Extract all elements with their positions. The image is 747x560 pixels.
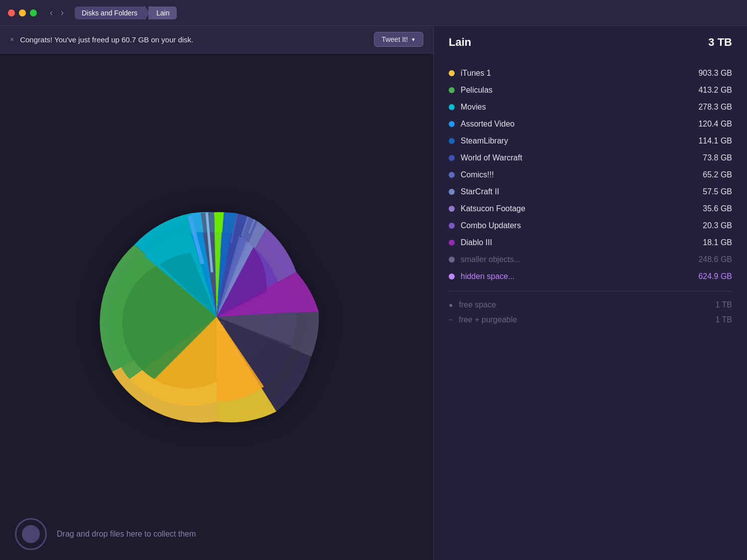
minimize-window-button[interactable]: [19, 9, 26, 16]
disk-item[interactable]: Assorted Video120.4 GB: [449, 116, 732, 133]
disk-item-size: 65.2 GB: [682, 170, 732, 179]
disk-item-size: 18.1 GB: [682, 238, 732, 247]
free-items-list: ●free space1 TB~free + purgeable1 TB: [449, 297, 732, 327]
free-item-name: free + purgeable: [459, 315, 709, 324]
tweet-button-label: Tweet It!: [381, 35, 408, 43]
disk-item-name: SteamLibrary: [461, 137, 676, 145]
free-item-size: 1 TB: [716, 300, 733, 309]
disk-item-size: 73.8 GB: [682, 153, 732, 162]
disk-item-dot-icon: [449, 172, 455, 178]
disk-item-dot-icon: [449, 257, 455, 263]
notification-text: Congrats! You've just freed up 60.7 GB o…: [20, 35, 193, 44]
notification-bar: × Congrats! You've just freed up 60.7 GB…: [0, 26, 433, 53]
free-item: ~free + purgeable1 TB: [449, 312, 732, 327]
disk-item-dot-icon: [449, 240, 455, 246]
free-item-size: 1 TB: [716, 315, 733, 324]
tweet-dropdown-arrow-icon: ▼: [411, 37, 416, 42]
disk-item-dot-icon: [449, 189, 455, 195]
disk-item-name: smaller objects...: [461, 255, 676, 264]
tweet-button[interactable]: Tweet It! ▼: [374, 32, 423, 47]
disk-item-name: Diablo III: [461, 238, 676, 247]
notification-content: × Congrats! You've just freed up 60.7 GB…: [10, 35, 193, 44]
disk-item-dot-icon: [449, 223, 455, 229]
close-window-button[interactable]: [8, 9, 15, 16]
disk-item-dot-icon: [449, 104, 455, 110]
maximize-window-button[interactable]: [30, 9, 37, 16]
disk-item-size: 278.3 GB: [682, 103, 732, 112]
back-button[interactable]: ‹: [47, 6, 56, 19]
drop-zone-text: Drag and drop files here to collect them: [57, 530, 196, 539]
disk-item-dot-icon: [449, 138, 455, 144]
disk-item[interactable]: StarCraft II57.5 GB: [449, 183, 732, 200]
breadcrumb-root[interactable]: Disks and Folders: [75, 6, 144, 19]
disk-item-name: Movies: [461, 103, 676, 112]
disk-item[interactable]: hidden space...624.9 GB: [449, 268, 732, 285]
forward-button[interactable]: ›: [58, 6, 67, 19]
sidebar-title: Lain: [449, 36, 471, 49]
disk-item-dot-icon: [449, 274, 455, 280]
free-item-name: free space: [459, 300, 709, 309]
disk-item[interactable]: Combo Updaters20.3 GB: [449, 217, 732, 234]
main-content: × Congrats! You've just freed up 60.7 GB…: [0, 26, 747, 560]
disk-item-dot-icon: [449, 87, 455, 93]
sidebar: Lain 3 TB iTunes 1903.3 GBPeliculas413.2…: [433, 26, 747, 560]
disk-item[interactable]: smaller objects...248.6 GB: [449, 251, 732, 268]
notification-close-button[interactable]: ×: [10, 35, 14, 43]
drop-zone-inner-icon: [22, 525, 40, 543]
chart-container: 3 TB: [0, 53, 433, 560]
disk-item-name: StarCraft II: [461, 187, 676, 196]
disk-item[interactable]: Peliculas413.2 GB: [449, 82, 732, 99]
disk-item-size: 20.3 GB: [682, 221, 732, 230]
disk-item-size: 57.5 GB: [682, 187, 732, 196]
sunburst-chart: 3 TB: [67, 157, 366, 456]
free-item: ●free space1 TB: [449, 297, 732, 312]
disk-item[interactable]: iTunes 1903.3 GB: [449, 65, 732, 82]
free-item-symbol: ~: [449, 316, 453, 324]
disk-item[interactable]: Katsucon Footage35.6 GB: [449, 200, 732, 217]
breadcrumb: Disks and Folders Lain: [75, 5, 177, 21]
disk-item-name: World of Warcraft: [461, 153, 676, 162]
sidebar-header: Lain 3 TB: [449, 36, 732, 53]
disk-item-dot-icon: [449, 206, 455, 212]
disk-item-size: 413.2 GB: [682, 86, 732, 95]
disk-item-size: 248.6 GB: [682, 255, 732, 264]
disk-item-name: Katsucon Footage: [461, 204, 676, 213]
chart-area: × Congrats! You've just freed up 60.7 GB…: [0, 26, 433, 560]
titlebar: ‹ › Disks and Folders Lain: [0, 0, 747, 26]
disk-item[interactable]: World of Warcraft73.8 GB: [449, 149, 732, 166]
disk-item-dot-icon: [449, 155, 455, 161]
disk-item[interactable]: Movies278.3 GB: [449, 99, 732, 116]
disk-item-name: hidden space...: [461, 272, 676, 281]
drop-zone-icon: [15, 518, 47, 550]
disk-item-dot-icon: [449, 70, 455, 76]
disk-item-name: Assorted Video: [461, 120, 676, 129]
disk-item-name: Peliculas: [461, 86, 676, 95]
disk-item-name: Comics!!!: [461, 170, 676, 179]
disk-item-name: iTunes 1: [461, 69, 676, 78]
disk-items-list: iTunes 1903.3 GBPeliculas413.2 GBMovies2…: [449, 65, 732, 285]
disk-item-size: 120.4 GB: [682, 120, 732, 129]
disk-item[interactable]: Diablo III18.1 GB: [449, 234, 732, 251]
disk-item-dot-icon: [449, 121, 455, 127]
divider: [449, 291, 732, 291]
disk-item[interactable]: Comics!!!65.2 GB: [449, 166, 732, 183]
disk-item[interactable]: SteamLibrary114.1 GB: [449, 133, 732, 149]
breadcrumb-current[interactable]: Lain: [148, 6, 176, 19]
drop-zone[interactable]: Drag and drop files here to collect them: [0, 508, 433, 560]
free-item-symbol: ●: [449, 301, 453, 309]
traffic-lights: [8, 9, 37, 16]
disk-item-size: 35.6 GB: [682, 204, 732, 213]
disk-item-size: 903.3 GB: [682, 69, 732, 78]
disk-item-size: 114.1 GB: [682, 137, 732, 145]
disk-item-size: 624.9 GB: [682, 272, 732, 281]
nav-buttons: ‹ ›: [47, 6, 67, 19]
sidebar-total: 3 TB: [708, 36, 732, 49]
disk-item-name: Combo Updaters: [461, 221, 676, 230]
